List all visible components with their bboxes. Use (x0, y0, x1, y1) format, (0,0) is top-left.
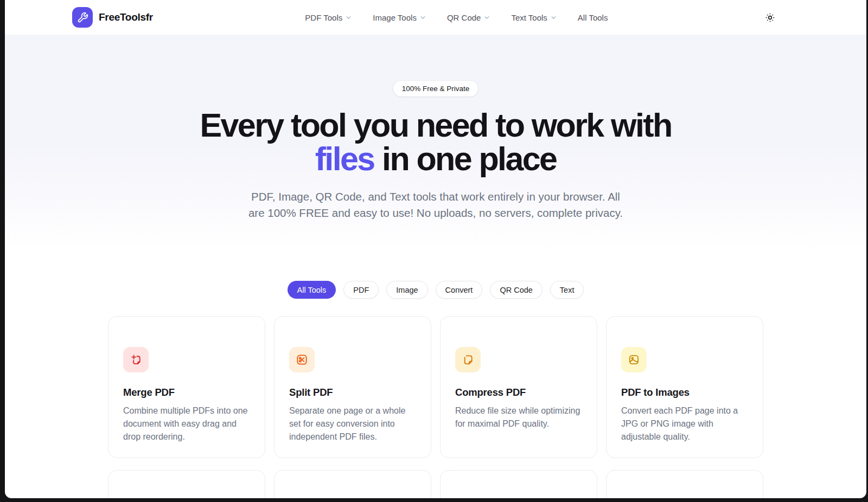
nav-image-tools[interactable]: Image Tools (373, 13, 426, 22)
filter-qr-code[interactable]: QR Code (490, 281, 542, 299)
title-line2: in one place (374, 140, 557, 177)
page-title: Every tool you need to work with files i… (5, 108, 866, 176)
main-nav: PDF Tools Image Tools QR Code Text Tools (305, 13, 608, 22)
tool-card-description: Reduce file size while optimizing for ma… (455, 404, 582, 430)
wrench-logo-icon (72, 7, 93, 28)
chevron-down-icon (345, 14, 352, 21)
nav-label: Image Tools (373, 13, 417, 22)
tool-filters: All Tools PDF Image Convert QR Code Text (5, 281, 866, 299)
tool-card-placeholder[interactable] (274, 470, 431, 498)
site-header: FreeToolsfr PDF Tools Image Tools QR Cod… (5, 0, 866, 35)
nav-label: Text Tools (511, 13, 547, 22)
filter-all-tools[interactable]: All Tools (288, 281, 336, 299)
filter-text[interactable]: Text (550, 281, 584, 299)
tool-card-description: Combine multiple PDFs into one document … (123, 404, 250, 443)
nav-pdf-tools[interactable]: PDF Tools (305, 13, 352, 22)
filter-convert[interactable]: Convert (436, 281, 483, 299)
nav-text-tools[interactable]: Text Tools (511, 13, 557, 22)
nav-label: QR Code (447, 13, 481, 22)
tool-card-title: Compress PDF (455, 387, 582, 398)
tool-card-placeholder[interactable] (108, 470, 265, 498)
brand-name: FreeToolsfr (99, 11, 153, 23)
tool-card-title: Merge PDF (123, 387, 250, 398)
hero-section: 100% Free & Private Every tool you need … (5, 35, 866, 249)
title-highlight: files (315, 140, 374, 177)
tools-grid-row2 (108, 470, 763, 498)
tool-card-title: PDF to Images (621, 387, 748, 398)
chevron-down-icon (483, 14, 490, 21)
free-private-badge: 100% Free & Private (393, 81, 478, 96)
tool-card-title: Split PDF (289, 387, 416, 398)
tool-card-description: Separate one page or a whole set for eas… (289, 404, 416, 443)
filter-image[interactable]: Image (386, 281, 427, 299)
title-line1: Every tool you need to work with (200, 107, 671, 144)
tools-grid-container: Merge PDF Combine multiple PDFs into one… (108, 316, 763, 498)
merge-pdf-icon (123, 347, 149, 372)
pdf-to-images-icon (621, 347, 647, 372)
chevron-down-icon (550, 14, 557, 21)
tool-card-placeholder[interactable] (440, 470, 597, 498)
tool-card-compress-pdf[interactable]: Compress PDF Reduce file size while opti… (440, 316, 597, 458)
tools-grid-row1: Merge PDF Combine multiple PDFs into one… (108, 316, 763, 458)
split-pdf-icon (289, 347, 315, 372)
hero-subtitle: PDF, Image, QR Code, and Text tools that… (246, 189, 626, 221)
sun-icon (765, 12, 775, 23)
brand-logo[interactable]: FreeToolsfr (72, 7, 153, 28)
browser-page: FreeToolsfr PDF Tools Image Tools QR Cod… (5, 0, 866, 498)
tool-card-description: Convert each PDF page into a JPG or PNG … (621, 404, 748, 443)
nav-all-tools[interactable]: All Tools (578, 13, 608, 22)
theme-toggle-button[interactable] (760, 8, 780, 27)
chevron-down-icon (419, 14, 426, 21)
tool-card-placeholder[interactable] (606, 470, 763, 498)
tool-card-merge-pdf[interactable]: Merge PDF Combine multiple PDFs into one… (108, 316, 265, 458)
tool-card-pdf-to-images[interactable]: PDF to Images Convert each PDF page into… (606, 316, 763, 458)
filter-pdf[interactable]: PDF (343, 281, 379, 299)
nav-qr-code[interactable]: QR Code (447, 13, 491, 22)
tool-card-split-pdf[interactable]: Split PDF Separate one page or a whole s… (274, 316, 431, 458)
nav-label: All Tools (578, 13, 608, 22)
compress-pdf-icon (455, 347, 481, 372)
nav-label: PDF Tools (305, 13, 342, 22)
